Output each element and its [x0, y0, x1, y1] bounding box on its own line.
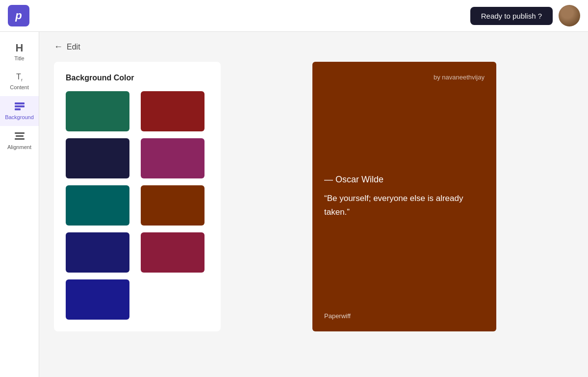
back-arrow: ← [54, 42, 63, 52]
logo-letter: p [15, 9, 22, 22]
content-layout: Background Color by navaneethvijay — Osc… [54, 62, 573, 331]
color-swatch-2[interactable] [66, 138, 129, 178]
sidebar-item-alignment-label: Alignment [7, 144, 31, 150]
edit-header[interactable]: ← Edit [54, 42, 573, 52]
color-swatch-1[interactable] [141, 91, 205, 131]
publish-button[interactable]: Ready to publish ? [470, 7, 553, 25]
svg-rect-0 [15, 102, 25, 104]
alignment-icon [14, 132, 25, 142]
sidebar-item-content[interactable]: Tr Content [0, 67, 39, 96]
color-swatch-5[interactable] [141, 185, 205, 226]
panel-title: Background Color [66, 74, 209, 82]
svg-rect-2 [15, 108, 21, 110]
card-footer: Paperwiff [324, 312, 485, 320]
color-swatch-4[interactable] [66, 185, 129, 226]
color-grid [66, 91, 209, 320]
card-body: — Oscar Wilde “Be yourself; everyone els… [324, 81, 485, 312]
color-swatch-3[interactable] [141, 138, 205, 178]
top-nav: p Ready to publish ? [0, 0, 588, 32]
color-swatch-6[interactable] [66, 232, 129, 273]
content-icon: Tr [16, 73, 23, 82]
svg-rect-3 [15, 132, 25, 134]
title-icon: H [16, 43, 24, 53]
color-swatch-8[interactable] [66, 279, 129, 320]
quote-card: by navaneethvijay — Oscar Wilde “Be your… [312, 62, 496, 331]
card-quote: “Be yourself; everyone else is already t… [324, 192, 485, 218]
color-swatch-7[interactable] [141, 232, 205, 273]
sidebar-item-background[interactable]: Background [0, 96, 39, 126]
sidebar-item-alignment[interactable]: Alignment [0, 126, 39, 156]
sidebar: H Title Tr Content Background Alignment [0, 32, 39, 377]
background-icon [14, 102, 25, 112]
background-color-panel: Background Color [54, 62, 221, 331]
main-content: ← Edit Background Color by navaneethvija… [39, 32, 588, 377]
preview-panel: by navaneethvijay — Oscar Wilde “Be your… [235, 62, 573, 331]
svg-rect-4 [16, 135, 24, 137]
edit-label: Edit [67, 43, 80, 51]
card-speaker: — Oscar Wilde [324, 175, 485, 185]
sidebar-item-background-label: Background [5, 114, 34, 120]
avatar[interactable] [559, 5, 580, 26]
card-author-top: by navaneethvijay [324, 74, 485, 81]
svg-rect-1 [15, 105, 25, 107]
avatar-image [559, 5, 580, 26]
sidebar-item-content-label: Content [10, 84, 29, 90]
sidebar-item-title-label: Title [14, 55, 24, 61]
svg-rect-5 [15, 138, 25, 140]
sidebar-item-title[interactable]: H Title [0, 37, 39, 67]
color-swatch-0[interactable] [66, 91, 129, 131]
app-logo[interactable]: p [8, 5, 29, 26]
nav-right: Ready to publish ? [470, 5, 580, 26]
